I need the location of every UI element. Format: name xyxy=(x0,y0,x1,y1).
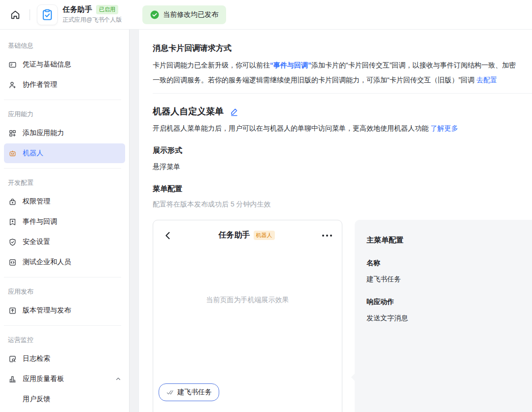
display-style-value: 悬浮菜单 xyxy=(153,163,532,172)
shield-check-icon xyxy=(8,238,17,246)
app-logo xyxy=(37,4,58,25)
grid-add-icon xyxy=(8,129,17,137)
sidebar-item-label: 机器人 xyxy=(23,149,43,158)
top-header: 任务助手 已启用 正式应用@飞书个人版 当前修改均已发布 xyxy=(0,0,532,30)
upload-square-icon xyxy=(8,306,17,315)
enabled-badge: 已启用 xyxy=(96,5,118,14)
publish-status-text: 当前修改均已发布 xyxy=(163,10,218,19)
sidebar-item-label: 测试企业和人员 xyxy=(23,258,71,267)
action-label: 响应动作 xyxy=(366,298,532,307)
main-menu-config-panel: 主菜单配置 名称 建飞书任务 响应动作 发送文字消息 xyxy=(355,220,532,412)
card-callback-desc-line1: 卡片回调能力已全新升级，你可以前往“事件与回调”添加卡片的“卡片回传交互”回调，… xyxy=(153,58,532,72)
robot-badge: 机器人 xyxy=(254,231,275,240)
main-content: 消息卡片回调请求方式 卡片回调能力已全新升级，你可以前往“事件与回调”添加卡片的… xyxy=(139,30,532,412)
log-search-icon xyxy=(8,354,17,363)
menu-config-label: 菜单配置 xyxy=(153,184,532,194)
sidebar-item-collaborators[interactable]: 协作者管理 xyxy=(4,75,125,95)
sidebar-item-security[interactable]: 安全设置 xyxy=(4,232,125,252)
sidebar-item-user-feedback[interactable]: 用户反馈 xyxy=(4,389,125,409)
sidebar-item-log-search[interactable]: 日志检索 xyxy=(4,349,125,369)
robot-menu-desc: 开启机器人菜单能力后，用户可以在与机器人的单聊中访问菜单，更高效地使用机器人功能… xyxy=(153,124,532,133)
sidebar-section-app-capability: 应用能力 xyxy=(0,105,129,123)
more-dots-icon[interactable] xyxy=(317,235,332,237)
sidebar-section-dev-config: 开发配置 xyxy=(0,173,129,191)
bar-chart-icon xyxy=(8,375,17,383)
robot-icon xyxy=(8,149,17,158)
sidebar-section-basic-info: 基础信息 xyxy=(0,36,129,54)
sidebar-item-label: 凭证与基础信息 xyxy=(23,60,71,69)
sidebar-item-add-capability[interactable]: 添加应用能力 xyxy=(4,123,125,143)
desc-text: 开启机器人菜单能力后，用户可以在与机器人的单聊中访问菜单，更高效地使用机器人功能 xyxy=(153,124,431,132)
sidebar-item-quality-dashboard[interactable]: 应用质量看板 xyxy=(4,369,125,389)
desc-text: 一致的回调服务。若你的服务端逻辑需继续使用旧版的卡片回调能力，可添加“卡片回传交… xyxy=(153,76,476,84)
sidebar-item-label: 应用质量看板 xyxy=(23,375,64,383)
card-callback-desc-line2: 一致的回调服务。若你的服务端逻辑需继续使用旧版的卡片回调能力，可添加“卡片回传交… xyxy=(153,72,532,87)
app-subtitle: 正式应用@飞书个人版 xyxy=(63,16,122,24)
sidebar-divider xyxy=(4,325,121,326)
sidebar-item-events-callbacks[interactable]: 事件与回调 xyxy=(4,212,125,232)
name-label: 名称 xyxy=(366,259,532,268)
menu-item-button[interactable]: 建飞书任务 xyxy=(159,383,219,401)
sidebar-item-credentials[interactable]: 凭证与基础信息 xyxy=(4,55,125,74)
home-icon xyxy=(10,9,21,20)
robot-menu-title: 机器人自定义菜单 xyxy=(153,105,224,117)
back-chevron-icon[interactable] xyxy=(163,231,176,240)
sidebar-item-label: 协作者管理 xyxy=(23,80,57,89)
panel-title: 主菜单配置 xyxy=(366,236,532,245)
sidebar-item-test-company[interactable]: 测试企业和人员 xyxy=(4,252,125,272)
sidebar: 基础信息 凭证与基础信息 协作者管理 应用能力 xyxy=(0,30,129,412)
publish-status-pill: 当前修改均已发布 xyxy=(142,5,226,24)
menu-item-button-label: 建飞书任务 xyxy=(177,388,212,397)
bookmark-add-icon xyxy=(8,217,17,226)
go-configure-link[interactable]: 去配置 xyxy=(476,76,497,84)
desc-text: 添加卡片的“卡片回传交互”回调，以接收与事件订阅结构一致、加密 xyxy=(311,61,516,69)
desc-text: 卡片回调能力已全新升级，你可以前往 xyxy=(153,61,270,69)
card-callback-title: 消息卡片回调请求方式 xyxy=(153,43,532,54)
sidebar-item-label: 日志检索 xyxy=(23,354,50,363)
double-check-icon xyxy=(166,388,174,396)
menu-config-hint: 配置将在版本发布成功后 5 分钟内生效 xyxy=(153,200,532,209)
action-value: 发送文字消息 xyxy=(366,314,532,323)
lock-icon xyxy=(8,197,17,206)
sidebar-scroll-gutter[interactable] xyxy=(129,30,139,412)
sidebar-item-label: 添加应用能力 xyxy=(23,129,64,137)
id-card-icon xyxy=(8,60,17,69)
sidebar-item-dev-quality[interactable]: 开发质量 xyxy=(4,410,125,412)
events-callbacks-link[interactable]: “事件与回调” xyxy=(270,61,311,69)
sidebar-section-ops-monitor: 运营监控 xyxy=(0,331,129,348)
display-style-label: 展示形式 xyxy=(153,146,532,155)
phone-preview-hint: 当前页面为手机端展示效果 xyxy=(153,296,342,305)
sidebar-divider xyxy=(4,277,121,277)
code-square-icon xyxy=(8,258,17,267)
learn-more-link[interactable]: 了解更多 xyxy=(431,124,458,132)
header-divider xyxy=(30,9,30,20)
sidebar-item-label: 安全设置 xyxy=(23,238,50,246)
sidebar-section-app-release: 应用发布 xyxy=(0,282,129,300)
panel-tail xyxy=(351,374,359,381)
sidebar-item-label: 用户反馈 xyxy=(23,395,50,404)
sidebar-divider xyxy=(4,100,121,100)
edit-pencil-icon[interactable] xyxy=(230,107,239,116)
app-title: 任务助手 xyxy=(63,5,92,14)
home-button[interactable] xyxy=(8,7,23,22)
person-add-icon xyxy=(8,80,17,89)
check-circle-icon xyxy=(150,10,159,19)
sidebar-item-version-release[interactable]: 版本管理与发布 xyxy=(4,301,125,320)
sidebar-item-permissions[interactable]: 权限管理 xyxy=(4,192,125,211)
phone-chat-title: 任务助手 xyxy=(219,230,250,240)
phone-preview-card: 任务助手 机器人 当前页面为手机端展示效果 建飞书任务 xyxy=(153,220,342,412)
sidebar-item-label: 事件与回调 xyxy=(23,217,57,226)
sidebar-item-robot[interactable]: 机器人 xyxy=(4,143,125,163)
sidebar-item-label: 版本管理与发布 xyxy=(23,306,71,315)
clipboard-check-icon xyxy=(41,8,54,21)
chevron-up-icon[interactable] xyxy=(115,376,121,382)
section-divider xyxy=(153,93,532,94)
sidebar-item-label: 权限管理 xyxy=(23,197,50,206)
name-value: 建飞书任务 xyxy=(366,275,532,284)
sidebar-divider xyxy=(4,168,121,169)
